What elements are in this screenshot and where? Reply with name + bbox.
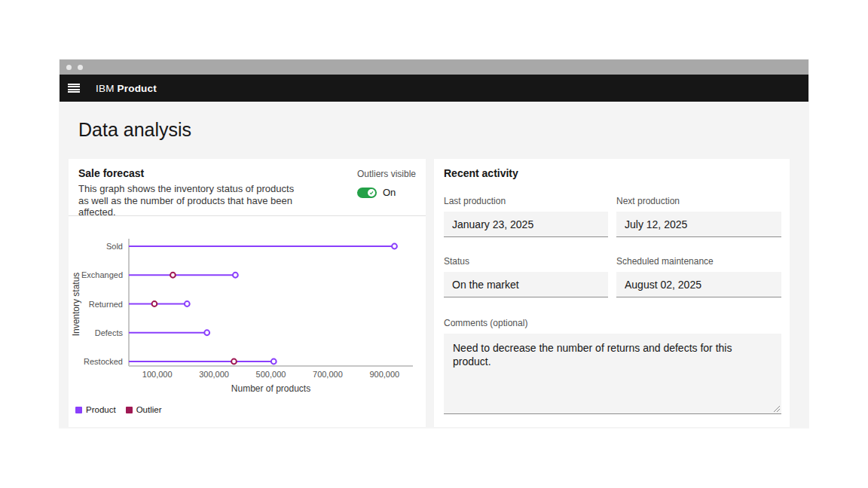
comments-textarea[interactable]: Need to decrease the number of returns a… xyxy=(444,334,781,414)
svg-text:900,000: 900,000 xyxy=(369,370,399,379)
page-content: Data analysis Sale forecast This graph s… xyxy=(60,102,808,428)
chart-legend: Product Outlier xyxy=(75,405,162,414)
sale-forecast-text: Sale forecast This graph shows the inven… xyxy=(78,167,298,215)
recent-activity-title: Recent activity xyxy=(444,167,781,180)
scheduled-maintenance-label: Scheduled maintenance xyxy=(616,256,781,267)
svg-text:Number of products: Number of products xyxy=(231,383,310,394)
sale-forecast-title: Sale forecast xyxy=(78,167,298,180)
svg-text:Exchanged: Exchanged xyxy=(81,270,123,279)
svg-text:Returned: Returned xyxy=(89,300,123,309)
outliers-toggle-row: On xyxy=(357,187,416,198)
outliers-toggle[interactable] xyxy=(357,188,377,198)
app-window: IBM Product Data analysis Sale forecast … xyxy=(60,59,808,428)
legend-label-outlier: Outlier xyxy=(136,405,162,414)
sale-forecast-header: Sale forecast This graph shows the inven… xyxy=(69,159,426,216)
field-status: Status xyxy=(444,256,608,297)
window-titlebar xyxy=(60,59,808,75)
svg-text:Defects: Defects xyxy=(95,328,124,337)
outlier-swatch-icon xyxy=(126,407,133,413)
window-dot-1[interactable] xyxy=(66,65,72,70)
svg-text:300,000: 300,000 xyxy=(199,370,229,379)
status-input[interactable] xyxy=(444,272,608,297)
outliers-toggle-area: Outliers visible On xyxy=(357,167,416,215)
comments-label: Comments (optional) xyxy=(444,318,781,328)
svg-text:100,000: 100,000 xyxy=(142,370,173,379)
next-production-input[interactable] xyxy=(616,212,781,237)
page-title: Data analysis xyxy=(78,119,799,141)
last-production-input[interactable] xyxy=(444,212,608,237)
recent-activity-card: Recent activity Last production Next pro… xyxy=(434,159,790,427)
brand-prefix: IBM xyxy=(96,83,115,94)
forecast-lollipop-chart: SoldExchangedReturnedDefectsRestocked100… xyxy=(69,216,426,427)
svg-text:Inventory status: Inventory status xyxy=(71,273,81,337)
window-dot-2[interactable] xyxy=(78,65,83,70)
sale-forecast-description: This graph shows the inventory status of… xyxy=(78,183,298,218)
fields-grid: Last production Next production Status S… xyxy=(444,196,781,297)
comments-block: Comments (optional) Need to decrease the… xyxy=(444,318,781,417)
brand: IBM Product xyxy=(96,83,157,94)
outliers-toggle-state: On xyxy=(383,187,396,198)
svg-text:700,000: 700,000 xyxy=(313,370,343,379)
check-icon xyxy=(369,191,374,195)
field-last-production: Last production xyxy=(444,196,608,237)
legend-item-outlier[interactable]: Outlier xyxy=(126,405,162,414)
menu-icon[interactable] xyxy=(68,84,80,93)
field-scheduled-maintenance: Scheduled maintenance xyxy=(616,256,781,297)
outliers-toggle-label: Outliers visible xyxy=(357,169,416,179)
svg-text:500,000: 500,000 xyxy=(256,370,286,379)
cards-row: Sale forecast This graph shows the inven… xyxy=(69,159,799,427)
forecast-chart-area: SoldExchangedReturnedDefectsRestocked100… xyxy=(69,216,426,427)
scheduled-maintenance-input[interactable] xyxy=(616,272,781,297)
legend-label-product: Product xyxy=(86,405,116,414)
product-swatch-icon xyxy=(75,407,82,413)
svg-text:Restocked: Restocked xyxy=(84,357,123,366)
status-label: Status xyxy=(444,256,608,267)
app-header: IBM Product xyxy=(60,75,808,102)
sale-forecast-card: Sale forecast This graph shows the inven… xyxy=(69,159,426,427)
svg-text:Sold: Sold xyxy=(106,242,123,251)
toggle-knob xyxy=(368,189,375,197)
next-production-label: Next production xyxy=(616,196,781,206)
last-production-label: Last production xyxy=(444,196,608,206)
brand-name: Product xyxy=(118,83,157,94)
field-next-production: Next production xyxy=(616,196,781,237)
legend-item-product[interactable]: Product xyxy=(75,405,116,414)
